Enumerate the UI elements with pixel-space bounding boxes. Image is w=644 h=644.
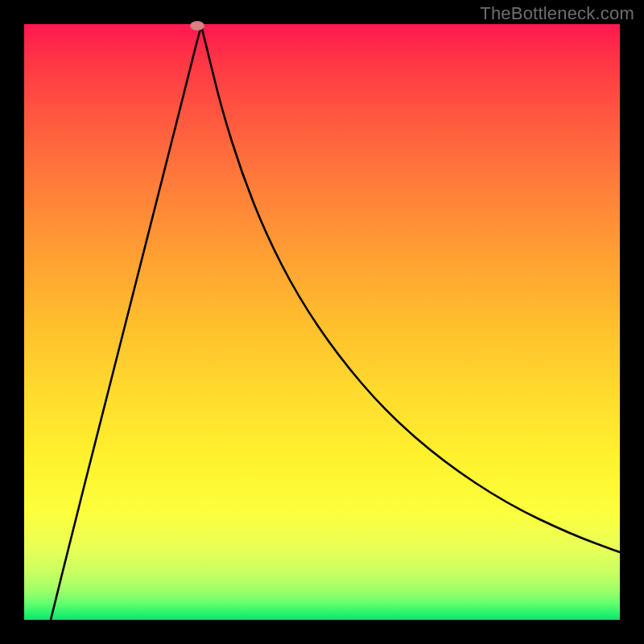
minimum-marker bbox=[190, 21, 204, 31]
bottleneck-curve bbox=[51, 26, 620, 620]
curve-svg bbox=[24, 24, 620, 620]
plot-area bbox=[24, 24, 620, 620]
watermark-text: TheBottleneck.com bbox=[480, 3, 634, 24]
chart-frame: TheBottleneck.com bbox=[0, 0, 644, 644]
